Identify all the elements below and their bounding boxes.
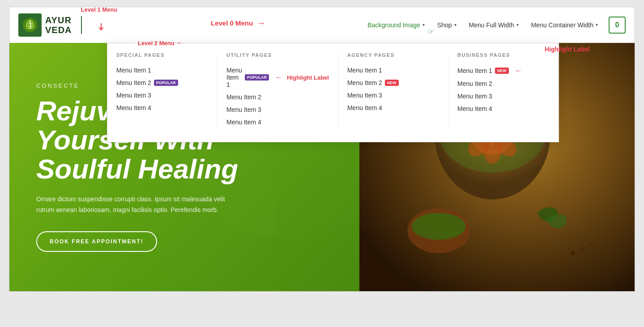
nav-container-width-chevron: ▾ [596, 22, 598, 27]
mega-item-label: Menu Item 4 [347, 104, 382, 111]
mega-item-label: Menu Item 4 [116, 104, 151, 111]
highlight-arrow: ← [275, 73, 282, 81]
level0-annotation: Level 0 Menu → [211, 18, 265, 28]
mega-item-label: Menu Item 2 [347, 79, 382, 86]
level2-annotation: Level 2 Menu ← [138, 39, 183, 47]
mega-item-label: Menu Item 2 [226, 93, 261, 101]
mega-item-3-3[interactable]: Menu Item 4 [116, 102, 208, 114]
mega-col-title-1: AGENCY PAGES [347, 52, 439, 58]
nav-container-width-label: Menu Container Width [531, 21, 593, 29]
highlight-label: Highlight Label [545, 46, 590, 53]
nav-shop[interactable]: Shop ▾ [431, 7, 463, 43]
mega-item-label: Menu Item 3 [457, 93, 492, 100]
level1-down-arrow [98, 23, 104, 33]
mega-item-2-1[interactable]: Menu Item 2 [226, 91, 329, 103]
level2-left-arrow: ← [176, 39, 183, 47]
mega-item-0-0[interactable]: Menu Item 1NEW← [457, 64, 549, 77]
nav-bg-image-label: Background Image [367, 21, 420, 29]
nav-bg-image-chevron: ▾ [422, 22, 425, 27]
mega-col-title-3: SPECIAL PAGES [116, 52, 208, 58]
mega-item-label: Menu Item 3 [347, 92, 382, 99]
nav-background-image[interactable]: Background Image ▾ ☞ [361, 7, 431, 43]
nav-container-width[interactable]: Menu Container Width ▾ [525, 7, 604, 43]
logo-icon [18, 13, 42, 37]
nav-full-width-label: Menu Full Width [469, 21, 514, 29]
badge-new: NEW [495, 68, 509, 74]
mega-item-1-1[interactable]: Menu Item 2NEW [347, 76, 439, 89]
level1-annotation: Level 1 Menu [81, 7, 118, 13]
badge-new: NEW [385, 80, 399, 86]
badge-popular: POPULAR [245, 74, 269, 81]
nav-items: Background Image ▾ ☞ Shop ▾ Menu Full Wi… [361, 7, 626, 43]
mega-item-label: Menu Item 1 [226, 67, 242, 88]
mega-item-label: Menu Item 1 [457, 67, 492, 74]
level0-label: Level 0 Menu [211, 19, 253, 27]
level1-label: Level 1 Menu [81, 7, 118, 13]
mega-item-0-1[interactable]: Menu Item 2 [457, 77, 549, 90]
mega-item-3-1[interactable]: Menu Item 2POPULAR [116, 76, 208, 89]
mega-item-1-2[interactable]: Menu Item 3 [347, 89, 439, 102]
mega-col-1: AGENCY PAGESMenu Item 1Menu Item 2NEWMen… [338, 52, 448, 128]
logo-text: AYUR VEDA [45, 15, 72, 35]
mega-item-2-0[interactable]: Menu Item 1POPULAR←Highlight Label [226, 64, 329, 91]
mega-item-1-0[interactable]: Menu Item 1 [347, 64, 439, 76]
cart-button[interactable]: 0 [609, 17, 626, 34]
highlight-annotation: Highlight Label [545, 46, 590, 53]
nav-full-width[interactable]: Menu Full Width ▾ [463, 7, 525, 43]
logo[interactable]: AYUR VEDA [18, 13, 72, 37]
level0-arrow: → [256, 18, 265, 28]
logo-divider [81, 16, 82, 34]
mega-item-label: Menu Item 3 [226, 106, 261, 113]
mega-item-0-3[interactable]: Menu Item 4 [457, 102, 549, 115]
mega-item-3-2[interactable]: Menu Item 3 [116, 89, 208, 102]
navbar: AYUR VEDA Level 1 Menu Level 0 Menu → [9, 7, 635, 43]
mega-item-label: Menu Item 2 [116, 79, 151, 86]
mega-col-0: BUSINESS PAGESMenu Item 1NEW←Menu Item 2… [448, 52, 559, 128]
highlight-label-text: Highlight Label [287, 74, 329, 81]
mega-item-label: Menu Item 2 [457, 80, 492, 87]
cart-count: 0 [615, 21, 619, 29]
mega-col-3: SPECIAL PAGESMenu Item 1Menu Item 2POPUL… [107, 52, 218, 128]
hero-cta-button[interactable]: BOOK FREE APPOINTMENT! [36, 231, 157, 252]
mega-item-label: Menu Item 4 [457, 105, 492, 112]
mega-item-label: Menu Item 3 [116, 92, 151, 99]
nav-shop-label: Shop [437, 21, 452, 29]
nav-shop-chevron: ▾ [454, 22, 456, 27]
level2-label: Level 2 Menu [138, 40, 175, 47]
mega-item-label: Menu Item 4 [226, 119, 261, 126]
badge-popular: POPULAR [154, 80, 178, 86]
level2-arrow: ← [515, 67, 522, 75]
mega-item-label: Menu Item 1 [116, 67, 151, 74]
mega-item-1-3[interactable]: Menu Item 4 [347, 102, 439, 114]
mega-col-title-0: BUSINESS PAGES [457, 52, 549, 58]
mega-item-0-2[interactable]: Menu Item 3 [457, 90, 549, 102]
mega-menu: SPECIAL PAGESMenu Item 1Menu Item 2POPUL… [107, 43, 559, 142]
mega-col-title-2: UTILITY PAGES [226, 52, 329, 58]
mega-item-3-0[interactable]: Menu Item 1 [116, 64, 208, 76]
mega-item-2-3[interactable]: Menu Item 4 [226, 116, 329, 128]
mega-item-2-2[interactable]: Menu Item 3 [226, 103, 329, 116]
hero-desc: Ornare dictum suspendisse corrupti class… [36, 194, 233, 216]
mega-item-label: Menu Item 1 [347, 67, 382, 74]
nav-full-width-chevron: ▾ [516, 22, 519, 27]
mega-col-2: UTILITY PAGESMenu Item 1POPULAR←Highligh… [218, 52, 338, 128]
